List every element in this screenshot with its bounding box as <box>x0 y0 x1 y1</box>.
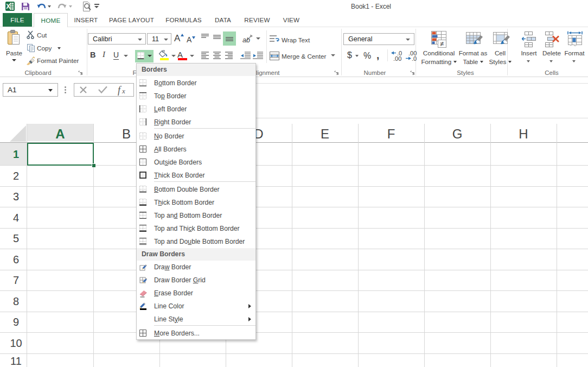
svg-text:f: f <box>118 85 122 96</box>
svg-text:ab: ab <box>242 36 250 44</box>
svg-text:.00: .00 <box>393 55 401 61</box>
svg-text:.0: .0 <box>412 55 417 61</box>
svg-text:≠: ≠ <box>440 40 444 48</box>
svg-text:x: x <box>122 87 125 95</box>
svg-text:X: X <box>6 3 10 10</box>
